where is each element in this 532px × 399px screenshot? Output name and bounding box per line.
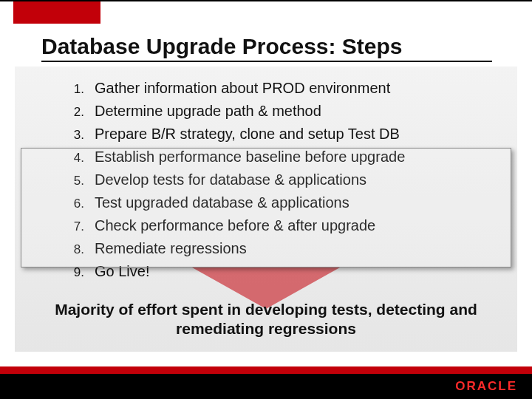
oracle-logo: ORACLE: [455, 379, 517, 394]
list-item-text: Check performance before & after upgrade: [95, 217, 375, 234]
title-underline: [41, 61, 492, 62]
steps-list: 1. Gather information about PROD environ…: [62, 80, 495, 286]
list-item-text: Develop tests for database & application…: [95, 171, 366, 188]
footer-red-bar: [0, 366, 532, 374]
list-item-text: Determine upgrade path & method: [95, 103, 321, 120]
list-item: 8. Remediate regressions: [62, 240, 495, 263]
list-item: 4. Establish performance baseline before…: [62, 149, 495, 171]
list-item-number: 5.: [62, 174, 84, 188]
list-item-number: 1.: [62, 82, 84, 97]
list-item-number: 4.: [62, 151, 84, 166]
list-item: 1. Gather information about PROD environ…: [62, 80, 495, 103]
list-item-number: 7.: [62, 219, 84, 234]
list-item-number: 2.: [62, 105, 84, 120]
footer-black-bar: ORACLE: [0, 374, 532, 399]
list-item: 6. Test upgraded database & applications: [62, 194, 495, 217]
list-item: 9. Go Live!: [62, 263, 495, 286]
list-item-text: Gather information about PROD environmen…: [95, 80, 390, 97]
list-item-text: Establish performance baseline before up…: [95, 149, 405, 166]
list-item-number: 8.: [62, 242, 84, 257]
slide: Database Upgrade Process: Steps 1. Gathe…: [0, 0, 532, 399]
list-item-text: Prepare B/R strategy, clone and setup Te…: [95, 126, 400, 143]
list-item-text: Remediate regressions: [95, 240, 247, 257]
caption-text: Majority of effort spent in developing t…: [0, 300, 532, 339]
list-item: 2. Determine upgrade path & method: [62, 103, 495, 126]
list-item-number: 9.: [62, 265, 84, 280]
slide-title: Database Upgrade Process: Steps: [41, 34, 403, 59]
list-item-number: 6.: [62, 197, 84, 211]
list-item-text: Test upgraded database & applications: [95, 194, 349, 211]
list-item: 5. Develop tests for database & applicat…: [62, 171, 495, 194]
list-item-text: Go Live!: [95, 263, 149, 280]
corner-red-block: [13, 1, 100, 24]
footer: ORACLE: [0, 366, 532, 399]
list-item: 7. Check performance before & after upgr…: [62, 217, 495, 240]
list-item: 3. Prepare B/R strategy, clone and setup…: [62, 126, 495, 149]
list-item-number: 3.: [62, 128, 84, 143]
